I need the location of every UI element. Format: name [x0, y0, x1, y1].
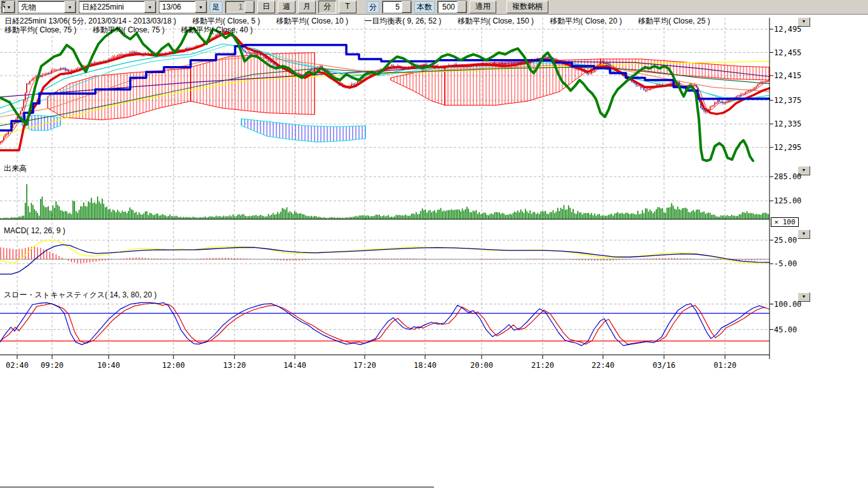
candle-up [6, 134, 8, 135]
volume-bar [180, 217, 182, 219]
volume-bar [32, 205, 34, 219]
volume-bar [135, 212, 137, 219]
volume-bar [425, 210, 426, 219]
ichimoku-cloud-blue [241, 119, 365, 142]
volume-bar [748, 214, 749, 219]
volume-bar [412, 214, 414, 219]
legend-item-ichimoku: 一目均衡表( 9, 26, 52 ) [364, 17, 441, 25]
price-panel [0, 28, 770, 161]
volume-bar [108, 210, 109, 219]
volume-bar [653, 213, 654, 219]
volume-bar [377, 215, 379, 219]
volume-bar [82, 207, 83, 219]
volume-bar [510, 214, 511, 219]
volume-bar [391, 217, 392, 219]
volume-bar [148, 215, 149, 219]
volume-bar [562, 209, 563, 219]
volume-bar [66, 212, 67, 219]
volume-bar [548, 214, 549, 219]
volume-bar [133, 210, 134, 219]
volume-bar [637, 211, 639, 219]
candle-down [311, 70, 312, 71]
legend-item-ma150: 移動平均( Close, 150 ) [458, 17, 534, 25]
volume-bar [48, 206, 49, 219]
volume-bar [662, 208, 663, 219]
volume-bar [685, 208, 686, 219]
volume-bar [494, 212, 496, 219]
stoch-tick-label: 100.00 [774, 300, 801, 309]
volume-bar [261, 215, 262, 219]
candle-up [112, 57, 114, 58]
volume-bar [420, 211, 421, 219]
volume-bar [193, 217, 194, 219]
volume-bar [491, 214, 492, 219]
volume-bar [316, 216, 317, 219]
window-artifact-line [0, 487, 434, 487]
volume-bar [140, 214, 142, 219]
volume-bar [363, 215, 365, 219]
volume-bar [693, 210, 694, 219]
volume-bar [354, 217, 355, 219]
volume-bar [123, 212, 125, 219]
volume-bar [240, 215, 241, 219]
volume-bar [697, 209, 698, 219]
volume-bar [590, 214, 591, 219]
volume-bar [223, 215, 224, 219]
volume-bar [109, 208, 111, 219]
volume-bar [536, 214, 537, 219]
volume-bar [569, 208, 571, 219]
candle-down [243, 50, 245, 51]
volume-bar [205, 217, 206, 219]
volume-bar [428, 210, 430, 219]
candle-up [729, 100, 731, 100]
volume-bar [211, 217, 212, 219]
candle-up [642, 88, 643, 88]
volume-bar [576, 214, 577, 219]
volume-bar [587, 213, 588, 219]
chart-canvas[interactable] [0, 0, 868, 488]
volume-bar [747, 211, 748, 219]
volume-bar [287, 207, 288, 219]
volume-bar [385, 217, 386, 219]
macd-panel [0, 240, 770, 274]
candle-up [745, 92, 746, 93]
volume-bar [273, 213, 274, 219]
candle-up [717, 100, 719, 103]
volume-bar [654, 212, 656, 219]
volume-bar [642, 210, 643, 219]
candle-up [600, 62, 602, 65]
volume-bar [627, 212, 628, 219]
volume-bar [765, 213, 766, 219]
volume-bar [679, 209, 680, 219]
candle-down [724, 103, 725, 104]
candle-up [757, 85, 759, 86]
volume-bar [485, 213, 486, 219]
volume-bar [22, 216, 23, 219]
volume-bar [219, 216, 220, 219]
volume-bar [440, 208, 442, 219]
volume-bar [489, 214, 491, 219]
volume-bar [160, 215, 161, 219]
candle-up [26, 84, 27, 93]
volume-bar [112, 210, 114, 219]
volume-bar [301, 213, 302, 219]
volume-bar [422, 208, 423, 219]
candle-up [376, 71, 377, 72]
volume-bar [266, 216, 268, 219]
volume-bar [80, 206, 81, 219]
volume-bar [645, 208, 646, 219]
series-line [0, 302, 765, 346]
candle-up [737, 95, 738, 96]
candle-down [377, 71, 379, 72]
candle-up [710, 107, 711, 109]
candle-up [94, 62, 95, 64]
volume-bar [434, 210, 435, 219]
volume-bar [542, 211, 543, 219]
volume-bar [568, 205, 569, 219]
volume-bar [731, 215, 733, 219]
macd-scale-menu-button[interactable]: ▼ [797, 229, 810, 239]
volume-bar [365, 216, 366, 219]
time-tick-label: 01:20 [714, 361, 736, 370]
volume-bar [625, 213, 627, 219]
volume-bar [452, 210, 454, 219]
